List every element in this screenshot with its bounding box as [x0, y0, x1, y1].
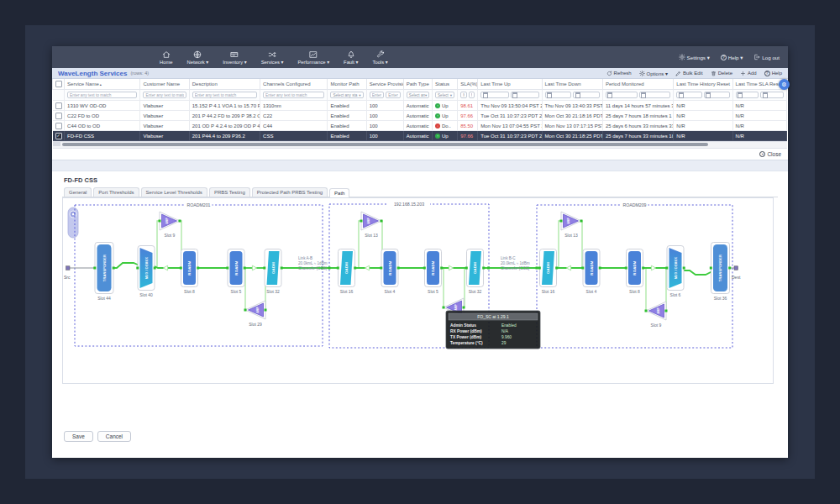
- node-roadm[interactable]: ROADMSlot 8: [625, 249, 644, 295]
- column-header[interactable]: Last Time Up: [478, 79, 542, 90]
- tab-protected-path-prbs-testing[interactable]: Protected Path PRBS Testing: [252, 187, 328, 197]
- nav-item-inventory[interactable]: Inventory ▾: [223, 50, 246, 65]
- filter-max-input[interactable]: [386, 92, 401, 98]
- nav-item-services[interactable]: Services ▾: [261, 50, 284, 65]
- canvas-toolbar[interactable]: [68, 207, 78, 238]
- nav-item-performance[interactable]: Performance ▾: [297, 50, 329, 65]
- column-header[interactable]: Period Monitored: [602, 79, 673, 90]
- filter-date-input[interactable]: [606, 92, 638, 98]
- filter-input[interactable]: [263, 92, 324, 98]
- filter-date-input[interactable]: [545, 92, 572, 98]
- delete-button[interactable]: Delete: [711, 71, 732, 76]
- filter-select[interactable]: Select an▾: [407, 92, 429, 98]
- nav-item-log-out[interactable]: Log out: [753, 54, 780, 60]
- select-all-checkbox[interactable]: [55, 81, 62, 87]
- filter-date-input[interactable]: [704, 92, 730, 98]
- nav-item-label: Help ▾: [728, 55, 743, 60]
- filter-date-input[interactable]: [480, 92, 509, 98]
- scrollbar-corner: [53, 142, 60, 146]
- tab-service-level-thresholds[interactable]: Service Level Thresholds: [141, 187, 207, 197]
- close-detail-button[interactable]: ✕ Close: [759, 151, 781, 157]
- column-header[interactable]: SLA(%): [458, 79, 478, 90]
- node-oadm[interactable]: OADMSlot 16: [538, 249, 558, 295]
- table-row[interactable]: C44 OD to ODVlabuser201 OD P 4.2.4 to 20…: [53, 121, 787, 131]
- column-header[interactable]: Customer Name: [140, 79, 189, 90]
- column-header[interactable]: Status: [433, 79, 458, 90]
- table-row[interactable]: ✓FD-FD CSSVlabuser201 P44.4 to 209 P36.2…: [53, 131, 787, 141]
- column-config-button[interactable]: ⚙: [779, 79, 790, 90]
- options-button[interactable]: Options ▾: [639, 71, 668, 76]
- nav-item-tools[interactable]: Tools ▾: [373, 50, 388, 65]
- column-header[interactable]: Service Provisioned (%): [366, 79, 403, 90]
- filter-input[interactable]: [192, 92, 257, 98]
- node-roadm[interactable]: ROADMSlot 4: [581, 249, 601, 295]
- filter-date-input[interactable]: [511, 92, 539, 98]
- filter-date-input[interactable]: [573, 92, 600, 98]
- row-checkbox[interactable]: [55, 102, 62, 109]
- nav-item-home[interactable]: Home: [160, 50, 172, 65]
- amp-node[interactable]: AMPSlot 9: [645, 302, 668, 328]
- provisioned-cell: 100: [366, 101, 403, 111]
- node-mux[interactable]: MUX / DEMUXSlot 6: [665, 246, 685, 298]
- column-header[interactable]: Last Time Down: [542, 79, 602, 90]
- nav-item-settings[interactable]: Settings ▾: [679, 54, 710, 60]
- amp-node[interactable]: AMPSlot 9: [159, 212, 181, 238]
- row-checkbox[interactable]: [55, 113, 62, 119]
- path-type-cell: Automatic: [403, 101, 432, 111]
- node-roadm[interactable]: ROADMSlot 4: [380, 249, 399, 295]
- node-oadm[interactable]: OADMSlot 32: [465, 249, 485, 295]
- row-checkbox[interactable]: ✓: [55, 133, 62, 139]
- node-roadm[interactable]: ROADMSlot 5: [423, 249, 443, 295]
- filter-input[interactable]: [67, 92, 137, 98]
- refresh-button[interactable]: Refresh: [606, 71, 632, 76]
- add-button[interactable]: Add: [740, 71, 757, 76]
- node-mux[interactable]: MUX / DEMUXSlot 40: [136, 246, 155, 298]
- column-header[interactable]: Last Time History Reset: [674, 79, 732, 90]
- path-type-cell: Automatic: [403, 131, 432, 141]
- node-roadm[interactable]: ROADMSlot 5: [226, 249, 245, 295]
- tab-general[interactable]: General: [64, 187, 92, 197]
- filter-input[interactable]: [143, 92, 186, 98]
- amp-node[interactable]: AMPSlot 29: [244, 301, 267, 327]
- filter-select[interactable]: Select▾: [435, 92, 454, 98]
- filter-date-input[interactable]: [736, 92, 759, 98]
- column-header[interactable]: Service Name ▴: [65, 79, 140, 90]
- amp-node[interactable]: AMPSlot 13: [360, 212, 383, 238]
- nav-item-network[interactable]: Network ▾: [186, 50, 208, 65]
- amp-node[interactable]: AMPSlot 13: [560, 212, 583, 238]
- horizontal-scrollbar-thumb[interactable]: [62, 143, 708, 146]
- topology-canvas[interactable]: ROADM201192.168.15.203ROADM209TRANSPONDE…: [62, 197, 774, 384]
- node-oadm[interactable]: OADMSlot 32: [263, 249, 282, 295]
- filter-min-input[interactable]: [460, 92, 467, 98]
- node-transponder[interactable]: TRANSPONDERSlot 36: [710, 243, 731, 302]
- cancel-button[interactable]: Cancel: [97, 431, 131, 442]
- row-checkbox[interactable]: [55, 123, 62, 129]
- filter-min-input[interactable]: [370, 92, 385, 98]
- filter-max-input[interactable]: [469, 92, 475, 98]
- table-row[interactable]: 1310 WV OD-ODVlabuser15.152 P 4.1 VOA 1 …: [53, 101, 787, 111]
- horizontal-scrollbar-track[interactable]: [53, 141, 787, 149]
- column-header[interactable]: Path Type: [403, 79, 432, 90]
- filter-date-input[interactable]: [676, 92, 702, 98]
- history-reset-cell: N/R: [674, 121, 732, 131]
- table-row[interactable]: C22 FD to ODVlabuser201 P 44.2 FD to 209…: [53, 111, 787, 121]
- filter-select[interactable]: Select any sta▾: [330, 92, 363, 98]
- home-icon: [162, 50, 171, 59]
- node-oadm[interactable]: OADMSlot 16: [337, 249, 356, 295]
- nav-item-fault[interactable]: Fault ▾: [344, 50, 358, 65]
- select-all-header[interactable]: [53, 79, 65, 90]
- save-button[interactable]: Save: [64, 431, 93, 442]
- filter-date-input[interactable]: [760, 92, 784, 98]
- bulk-edit-button[interactable]: Bulk Edit: [675, 71, 703, 76]
- filter-date-input[interactable]: [639, 92, 671, 98]
- node-transponder[interactable]: TRANSPONDERSlot 44: [93, 243, 114, 302]
- tab-path[interactable]: Path: [329, 188, 349, 197]
- node-roadm[interactable]: ROADMSlot 8: [180, 249, 199, 295]
- column-header[interactable]: Channels Configured: [260, 79, 328, 90]
- help-button[interactable]: ?Help: [764, 71, 782, 76]
- column-header[interactable]: Description: [189, 79, 260, 90]
- tab-port-thresholds[interactable]: Port Thresholds: [93, 187, 139, 197]
- column-header[interactable]: Monitor Path: [328, 79, 366, 90]
- nav-item-help[interactable]: ?Help ▾: [721, 55, 743, 60]
- tab-prbs-testing[interactable]: PRBS Testing: [209, 187, 250, 197]
